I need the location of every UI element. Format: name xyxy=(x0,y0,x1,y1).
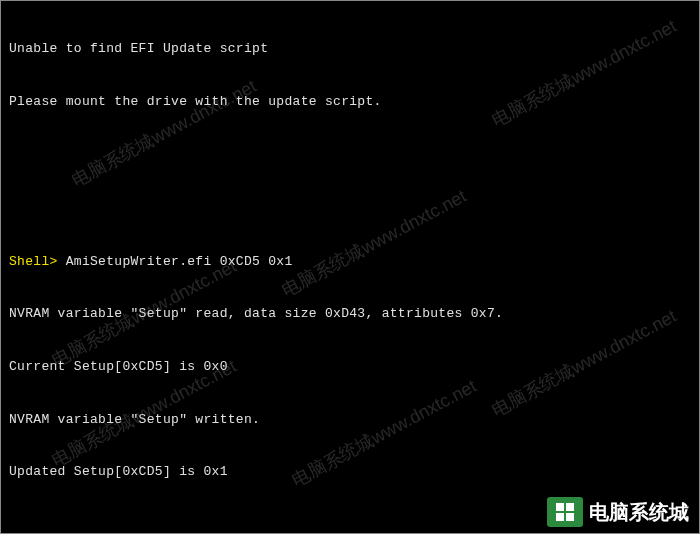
blank-line xyxy=(9,145,691,163)
shell-command: AmiSetupWriter.efi 0xCD5 0x1 xyxy=(58,254,293,269)
command-block-1: Shell> AmiSetupWriter.efi 0xCD5 0x1 NVRA… xyxy=(9,216,691,516)
output-line: Current Setup[0xCD5] is 0x0 xyxy=(9,358,691,376)
site-logo: 电脑系统城 xyxy=(547,497,689,527)
output-line: NVRAM variable "Setup" read, data size 0… xyxy=(9,305,691,323)
shell-prompt-line[interactable]: Shell> AmiSetupWriter.efi 0xCD5 0x1 xyxy=(9,253,691,271)
header-line-2: Please mount the drive with the update s… xyxy=(9,93,691,111)
logo-icon xyxy=(547,497,583,527)
output-line: NVRAM variable "Setup" written. xyxy=(9,411,691,429)
terminal-output: Unable to find EFI Update script Please … xyxy=(9,5,691,534)
logo-label: 电脑系统城 xyxy=(589,499,689,526)
shell-prompt: Shell> xyxy=(9,254,58,269)
header-line-1: Unable to find EFI Update script xyxy=(9,40,691,58)
output-line: Updated Setup[0xCD5] is 0x1 xyxy=(9,463,691,481)
